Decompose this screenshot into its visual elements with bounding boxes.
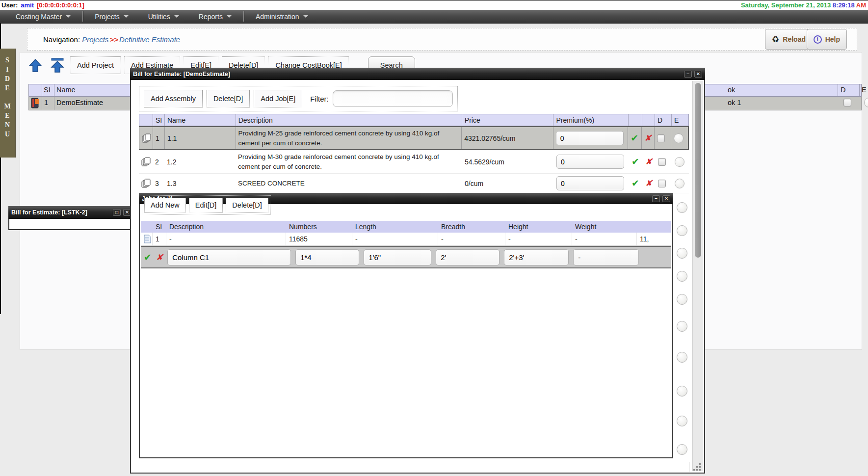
- document-icon: [141, 233, 153, 245]
- chevron-down-icon: [227, 15, 232, 18]
- e-radio[interactable]: [677, 248, 687, 259]
- move-up-button[interactable]: [26, 56, 45, 75]
- cancel-cell: ✘: [643, 174, 656, 193]
- project-costbook-partial: ok 1: [728, 99, 741, 106]
- menu-costing-master-label: Costing Master: [16, 13, 62, 21]
- chevron-down-icon: [174, 15, 179, 18]
- recycle-icon: ♻: [772, 34, 779, 45]
- x-icon[interactable]: ✘: [645, 178, 652, 188]
- check-icon[interactable]: ✔: [631, 178, 639, 189]
- e-radio[interactable]: [674, 133, 684, 143]
- menu-projects[interactable]: Projects: [85, 10, 138, 23]
- delete-job-button[interactable]: Delete[D]: [226, 198, 268, 212]
- menu-administration[interactable]: Administration: [246, 10, 318, 23]
- job-breadth-input[interactable]: [436, 249, 500, 265]
- scrollbar-thumb[interactable]: [695, 83, 701, 258]
- project-d-checkbox[interactable]: [843, 99, 851, 106]
- edit-job-button[interactable]: Edit[D]: [189, 198, 223, 212]
- e-radio[interactable]: [675, 179, 684, 188]
- e-radio[interactable]: [677, 271, 687, 282]
- jobs-table: SI Description Numbers Length Breadth He…: [141, 221, 671, 268]
- e-radio[interactable]: [677, 444, 687, 455]
- side-menu-letter: N: [5, 120, 10, 130]
- premium-input[interactable]: [556, 176, 624, 190]
- close-icon[interactable]: ✕: [694, 71, 702, 78]
- chevron-down-icon: [124, 15, 129, 18]
- nav-crumb-projects[interactable]: Projects: [82, 35, 108, 44]
- job-height-input[interactable]: [504, 249, 569, 265]
- menu-projects-label: Projects: [95, 13, 120, 21]
- job-numbers-input[interactable]: [295, 249, 359, 265]
- x-icon[interactable]: ✘: [156, 252, 163, 263]
- check-icon[interactable]: ✔: [631, 156, 639, 167]
- job-weight-input[interactable]: [573, 249, 639, 265]
- close-icon[interactable]: ✕: [662, 195, 670, 202]
- filter-input[interactable]: [333, 90, 453, 107]
- d-checkbox[interactable]: [658, 158, 666, 166]
- column-divider: [42, 97, 42, 110]
- menu-costing-master[interactable]: Costing Master: [6, 10, 80, 23]
- side-menu-letter: U: [5, 130, 10, 139]
- e-radio[interactable]: [675, 157, 684, 167]
- add-job-button[interactable]: Add Job[E]: [254, 90, 302, 107]
- scrollbar-track[interactable]: [692, 81, 703, 471]
- e-radio[interactable]: [677, 386, 687, 397]
- d-checkbox[interactable]: [657, 134, 665, 142]
- info-icon: i: [814, 35, 822, 44]
- col-d: D: [841, 86, 845, 94]
- bill-table: SI Name Description Price Premium(%) D E: [139, 114, 689, 193]
- bill-row[interactable]: 1 1.1 Providing M-25 grade reinforced ce…: [139, 126, 689, 150]
- delete-item-button[interactable]: Delete[D]: [207, 90, 250, 107]
- job-length-input[interactable]: [364, 249, 431, 265]
- premium-input[interactable]: [556, 131, 624, 145]
- lstk-estimate-window: Bill for Estimate: [LSTK-2] □ ✕: [8, 206, 134, 230]
- bill-row[interactable]: 2 1.2 Providing M-30 grade reinforced ce…: [139, 150, 689, 174]
- status-ampm: AM: [856, 1, 866, 9]
- add-project-button[interactable]: Add Project: [70, 56, 121, 74]
- project-e-radio[interactable]: [864, 98, 868, 107]
- x-icon[interactable]: ✘: [645, 157, 652, 167]
- menu-utilities[interactable]: Utilities: [138, 10, 189, 23]
- bill-row[interactable]: 3 1.3 SCREED CONCRETE 0/cum ✔ ✘: [139, 174, 689, 193]
- minimize-button[interactable]: –: [684, 71, 692, 78]
- job-si: 1: [153, 233, 166, 245]
- menu-reports[interactable]: Reports: [189, 10, 241, 23]
- side-menu-letter: E: [5, 83, 9, 93]
- e-radio[interactable]: [677, 321, 687, 332]
- copy-pages-icon[interactable]: [139, 174, 153, 193]
- add-assembly-button[interactable]: Add Assembly: [144, 90, 203, 107]
- bill-price: 4321.02765/cum: [462, 127, 553, 149]
- premium-input[interactable]: [556, 155, 624, 169]
- d-checkbox[interactable]: [658, 180, 666, 187]
- help-button[interactable]: i Help: [807, 29, 847, 50]
- job-row[interactable]: 1 - 11685 - - - - 11,: [141, 233, 671, 246]
- column-divider: [859, 84, 860, 96]
- app-screen: User: amit [0:0:0:0:0:0:0:1] Saturday, S…: [0, 0, 868, 476]
- e-cell: [671, 127, 688, 149]
- reload-button[interactable]: ♻ Reload: [765, 29, 813, 50]
- e-radio[interactable]: [677, 202, 687, 213]
- e-radio[interactable]: [677, 294, 687, 305]
- resize-grip[interactable]: [693, 463, 702, 471]
- add-new-job-button[interactable]: Add New: [144, 198, 186, 212]
- side-menu-tab[interactable]: S I D E M E N U: [0, 49, 16, 158]
- x-icon[interactable]: ✘: [644, 133, 651, 143]
- col-length: Length: [352, 223, 438, 231]
- nav-label: Navigation:: [43, 35, 80, 44]
- job-description-input[interactable]: [167, 249, 291, 265]
- restore-button[interactable]: □: [113, 209, 121, 216]
- copy-pages-icon[interactable]: [139, 127, 153, 149]
- check-icon[interactable]: ✔: [631, 132, 638, 144]
- copy-pages-icon[interactable]: [139, 150, 153, 173]
- e-radio[interactable]: [677, 416, 687, 426]
- move-to-top-button[interactable]: [48, 56, 67, 75]
- d-cell: [655, 127, 671, 149]
- minimize-button[interactable]: –: [652, 195, 660, 202]
- col-cancel: [642, 114, 655, 126]
- e-radio[interactable]: [677, 225, 687, 236]
- lstk-titlebar[interactable]: Bill for Estimate: [LSTK-2] □ ✕: [8, 206, 134, 219]
- e-radio[interactable]: [677, 352, 687, 363]
- check-icon[interactable]: ✔: [144, 252, 152, 263]
- bill-titlebar[interactable]: Bill for Estimate: [DemoEstimate] – ✕: [130, 68, 705, 80]
- side-menu-letter: M: [4, 102, 10, 111]
